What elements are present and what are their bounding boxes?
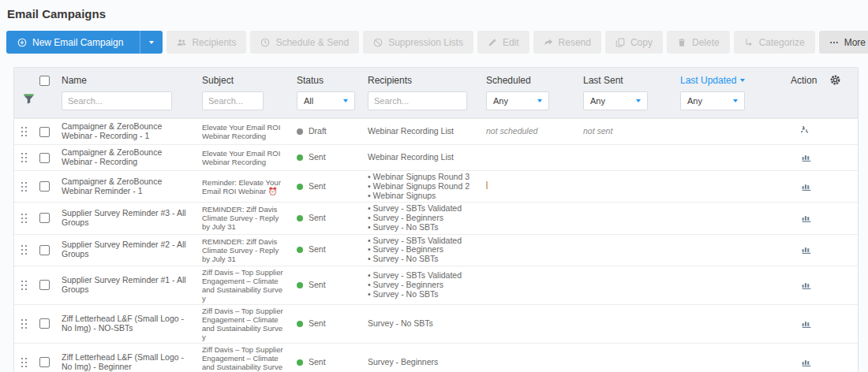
row-checkbox[interactable] (39, 357, 50, 367)
new-email-campaign-button[interactable]: New Email Campaign (6, 31, 163, 54)
copy-button[interactable]: Copy (605, 31, 663, 54)
row-checkbox[interactable] (39, 318, 50, 329)
recipient-list-item: Webinar Signups (368, 192, 473, 201)
last-updated-cell (674, 248, 784, 251)
row-checkbox[interactable] (39, 181, 50, 192)
campaign-subject: Ziff Davis – Top Supplier Engagement – C… (196, 266, 290, 304)
caret-down-icon (343, 99, 348, 102)
chart-action-button[interactable] (801, 152, 812, 163)
select-all-cell (33, 68, 55, 89)
last_updated-filter-select[interactable]: Any (680, 91, 745, 110)
chart-icon (801, 154, 812, 166)
recipients-filter-input[interactable] (368, 91, 467, 110)
primary-button-main[interactable]: New Email Campaign (6, 37, 134, 48)
status-dot (297, 184, 303, 190)
drag-handle[interactable] (14, 279, 33, 292)
suppression-lists-button[interactable]: Suppression Lists (363, 31, 473, 54)
status-filter-select[interactable]: All (297, 91, 355, 110)
column-header-scheduled[interactable]: Scheduled (480, 68, 577, 89)
status-dot (297, 247, 303, 253)
campaign-subject: REMINDER: Ziff Davis Climate Survey - Re… (196, 203, 290, 232)
filter-cell-name (55, 89, 196, 117)
row-checkbox[interactable] (39, 245, 50, 255)
resend-button[interactable]: Resend (533, 31, 601, 54)
clock-icon (260, 38, 270, 47)
column-header-recipients[interactable]: Recipients (361, 68, 480, 89)
recipients-cell: Survey - SBTs ValidatedSurvey - Beginner… (361, 235, 480, 266)
chart-action-button[interactable] (801, 280, 812, 291)
column-header-label: Status (297, 75, 324, 86)
chart-action-button[interactable] (801, 213, 812, 224)
campaign-name: Supplier Survey Reminder #1 - All Groups (55, 274, 196, 296)
last-sent-cell (577, 361, 674, 364)
action-cell (784, 278, 828, 292)
select-all-checkbox[interactable] (39, 76, 50, 86)
drag-handle-icon (21, 245, 27, 255)
recipient-list-item: Survey - Beginners (368, 358, 473, 367)
ellipsis-icon (829, 38, 839, 47)
campaign-name: Campaigner & ZeroBounce Webinar - Record… (55, 121, 196, 143)
column-header-label: Recipients (368, 75, 412, 86)
primary-split-caret[interactable] (140, 31, 163, 54)
drag-handle[interactable] (14, 318, 33, 330)
schedule-send-button[interactable]: Schedule & Send (250, 31, 359, 54)
more-button[interactable]: More (819, 31, 868, 54)
scheduled-filter-select[interactable]: Any (486, 91, 549, 110)
row-checkbox-cell (33, 245, 55, 255)
drag-handle-icon (21, 214, 27, 223)
table-row: Campaigner & ZeroBounce Webinar - Record… (14, 144, 858, 170)
status-cell: Sent (290, 356, 361, 369)
drag-handle[interactable] (14, 244, 33, 256)
subject-filter-input[interactable] (202, 91, 264, 110)
table-settings-button[interactable] (828, 68, 858, 89)
chart-action-button[interactable] (801, 357, 812, 368)
row-checkbox[interactable] (39, 280, 50, 290)
drag-handle[interactable] (14, 125, 33, 138)
row-checkbox[interactable] (39, 127, 50, 137)
users-icon (177, 38, 186, 47)
status-label: Sent (309, 319, 326, 329)
column-header-last_updated[interactable]: Last Updated (674, 68, 784, 89)
drag-handle[interactable] (14, 151, 33, 164)
recipient-list-item: Webinar Recording List (368, 153, 473, 162)
last_sent-filter-select[interactable]: Any (583, 91, 648, 110)
recipients-button[interactable]: Recipients (166, 31, 246, 54)
row-checkbox[interactable] (39, 213, 50, 223)
status-dot (297, 154, 303, 161)
scheduled-cell (480, 180, 577, 193)
ban-icon (373, 38, 383, 47)
button-label: Recipients (192, 37, 236, 48)
last-updated-cell (674, 217, 784, 220)
row-checkbox[interactable] (39, 153, 50, 163)
chart-action-button[interactable] (801, 318, 812, 329)
recipient-list-item: Webinar Recording List (368, 127, 473, 136)
column-header-status[interactable]: Status (290, 68, 361, 89)
column-header-subject[interactable]: Subject (196, 68, 290, 89)
column-header-last_sent[interactable]: Last Sent (577, 68, 674, 89)
recipients-cell: Survey - SBTs ValidatedSurvey - Beginner… (361, 270, 480, 300)
history-action-button[interactable] (801, 126, 812, 137)
table-header: NameSubjectStatusRecipientsScheduledLast… (14, 68, 858, 118)
drag-handle[interactable] (14, 180, 33, 193)
scheduled-cell (480, 156, 577, 159)
scheduled-value: not scheduled (486, 126, 537, 136)
drag-handle[interactable] (14, 212, 33, 225)
name-filter-input[interactable] (62, 91, 172, 110)
filter-funnel-button[interactable] (14, 89, 55, 117)
last-sent-cell (577, 322, 674, 326)
last-updated-cell (674, 156, 784, 159)
drag-handle-icon (21, 182, 27, 192)
plus-circle-icon (17, 38, 27, 47)
chart-action-button[interactable] (801, 244, 812, 255)
column-header-name[interactable]: Name (55, 68, 196, 89)
chart-icon (801, 183, 812, 195)
drag-handle[interactable] (14, 356, 33, 369)
delete-button[interactable]: Delete (667, 31, 730, 54)
categorize-button[interactable]: Categorize (734, 31, 815, 54)
campaign-subject: Reminder: Elevate Your Email ROI Webinar… (196, 177, 290, 197)
chart-action-button[interactable] (801, 181, 812, 192)
edit-button[interactable]: Edit (477, 31, 529, 54)
row-checkbox-cell (33, 280, 55, 290)
column-header-label: Last Updated (680, 75, 736, 86)
row-checkbox-cell (33, 213, 55, 223)
